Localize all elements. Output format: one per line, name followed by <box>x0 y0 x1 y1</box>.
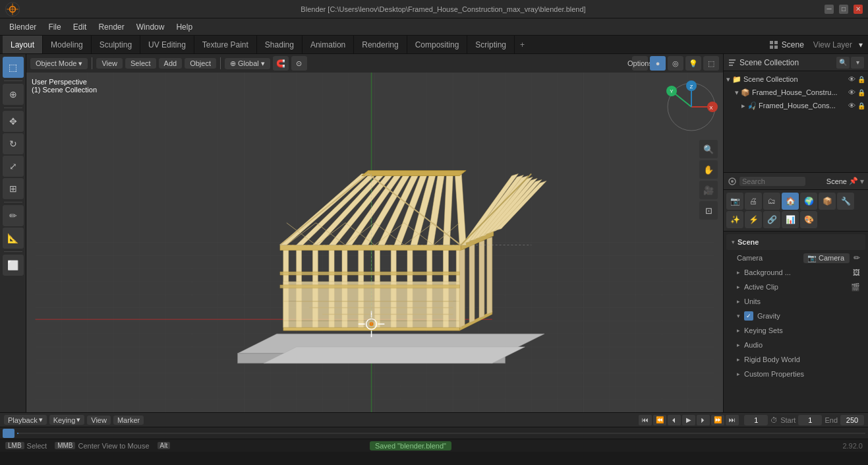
step-back-btn[interactable]: ⏴ <box>668 415 681 425</box>
particles-props-btn[interactable]: ✨ <box>726 211 743 228</box>
scene-view[interactable] <box>26 73 723 412</box>
scene-props-btn[interactable]: 🏠 <box>782 193 799 210</box>
right-panel: Scene Collection 🔍 ▾ ▾ 📁 Scene Collectio… <box>723 54 868 412</box>
outliner-search[interactable]: 🔍 <box>836 57 850 69</box>
view-layer-dropdown[interactable]: ▾ <box>859 40 863 49</box>
render-props-btn[interactable]: 📷 <box>726 193 743 210</box>
ortho-button[interactable]: ⊡ <box>699 201 718 220</box>
add-menu[interactable]: Add <box>159 58 183 69</box>
properties-search[interactable] <box>739 177 805 186</box>
close-button[interactable]: ✕ <box>854 5 863 14</box>
options-button[interactable]: Options <box>632 56 648 71</box>
pan-button[interactable]: ✋ <box>699 160 718 179</box>
svg-marker-51 <box>264 347 525 363</box>
view-layer-props-btn[interactable]: 🗂 <box>763 193 780 210</box>
timeline-scrubber[interactable] <box>3 429 14 438</box>
gravity-checkbox[interactable]: ✓ <box>744 311 753 321</box>
tab-sculpting[interactable]: Sculpting <box>92 36 140 53</box>
prev-keyframe-btn[interactable]: ⏪ <box>653 415 666 425</box>
object-menu[interactable]: Object <box>185 58 216 69</box>
proportional-edit[interactable]: ⊙ <box>291 56 307 71</box>
snap-toggle[interactable]: 🧲 <box>273 56 289 71</box>
end-frame-input[interactable]: 250 <box>840 415 864 425</box>
menu-help[interactable]: Help <box>171 21 198 33</box>
rendered-view-btn[interactable]: 💡 <box>685 56 701 71</box>
physics-props-btn[interactable]: ⚡ <box>745 211 762 228</box>
camera-value[interactable]: 📷 Camera <box>803 253 850 263</box>
tab-texture-paint[interactable]: Texture Paint <box>194 36 257 53</box>
material-props-btn[interactable]: 🎨 <box>800 211 817 228</box>
tab-rendering[interactable]: Rendering <box>354 36 407 53</box>
solid-view-btn[interactable]: ● <box>650 56 666 71</box>
jump-end-btn[interactable]: ⏭ <box>726 415 739 425</box>
timeline-view-menu[interactable]: View <box>87 416 111 425</box>
world-props-btn[interactable]: 🌍 <box>800 193 817 210</box>
outliner-scene-collection[interactable]: ▾ 📁 Scene Collection 👁 🔒 <box>724 73 868 86</box>
step-fwd-btn[interactable]: ⏵ <box>697 415 710 425</box>
annotate-tool[interactable]: ✏ <box>3 205 24 226</box>
next-keyframe-btn[interactable]: ⏩ <box>711 415 724 425</box>
scene-section-header[interactable]: ▾ Scene <box>726 234 865 250</box>
view-menu[interactable]: View <box>96 58 123 69</box>
select-menu[interactable]: Select <box>125 58 156 69</box>
xray-toggle[interactable]: ⬚ <box>703 56 719 71</box>
maximize-button[interactable]: □ <box>839 5 848 14</box>
object-mode-selector[interactable]: Object Mode ▾ <box>30 58 88 69</box>
add-cube-tool[interactable]: ⬜ <box>3 255 24 276</box>
constraint-props-btn[interactable]: 🔗 <box>763 211 780 228</box>
measure-tool[interactable]: 📐 <box>3 228 24 249</box>
transform-label: Global <box>238 59 259 67</box>
restrict-icon-2[interactable]: 🔒 <box>857 102 865 109</box>
cursor-tool[interactable]: ⊕ <box>3 84 24 105</box>
material-view-btn[interactable]: ◎ <box>668 56 683 71</box>
menu-window[interactable]: Window <box>131 21 170 33</box>
tab-scripting[interactable]: Scripting <box>467 36 515 53</box>
restrict-icon-0[interactable]: 🔒 <box>857 76 865 83</box>
eye-icon-1[interactable]: 👁 <box>848 88 855 96</box>
move-tool[interactable]: ✥ <box>3 111 24 132</box>
prop-header-dropdown[interactable]: ▾ <box>860 177 864 186</box>
add-workspace-button[interactable]: + <box>515 36 530 53</box>
scale-tool[interactable]: ⤢ <box>3 156 24 177</box>
tab-compositing[interactable]: Compositing <box>407 36 468 53</box>
rotate-tool[interactable]: ↻ <box>3 133 24 154</box>
zoom-in-button[interactable]: 🔍 <box>699 140 718 158</box>
camera-pick-icon[interactable]: ✏ <box>854 253 860 263</box>
timeline-keying-menu[interactable]: Keying ▾ <box>49 415 85 425</box>
modifier-props-btn[interactable]: 🔧 <box>837 193 854 210</box>
outliner-filter[interactable]: ▾ <box>851 57 864 69</box>
jump-start-btn[interactable]: ⏮ <box>639 415 652 425</box>
outliner-framed-house[interactable]: ▾ 📦 Framed_House_Constru... 👁 🔒 <box>724 86 868 99</box>
transform-tool[interactable]: ⊞ <box>3 178 24 199</box>
tab-animation[interactable]: Animation <box>303 36 354 53</box>
viewport[interactable]: Object Mode ▾ View Select Add Object ⊕ G… <box>26 54 723 412</box>
restrict-icon-1[interactable]: 🔒 <box>857 89 865 96</box>
timeline-track[interactable] <box>17 433 865 434</box>
tab-layout[interactable]: Layout <box>3 36 43 53</box>
svg-rect-6 <box>770 46 773 49</box>
object-props-btn[interactable]: 📦 <box>819 193 836 210</box>
menu-edit[interactable]: Edit <box>68 21 92 33</box>
eye-icon-2[interactable]: 👁 <box>848 102 855 109</box>
eye-icon-0[interactable]: 👁 <box>848 75 855 83</box>
data-props-btn[interactable]: 📊 <box>782 211 799 228</box>
menu-file[interactable]: File <box>43 21 66 33</box>
camera-button[interactable]: 🎥 <box>699 181 718 199</box>
timeline-marker-menu[interactable]: Marker <box>113 416 144 425</box>
tab-shading[interactable]: Shading <box>257 36 303 53</box>
output-props-btn[interactable]: 🖨 <box>745 193 762 210</box>
current-frame-input[interactable]: 1 <box>744 415 768 425</box>
menu-blender[interactable]: Blender <box>4 21 42 33</box>
timeline-playback-menu[interactable]: Playback ▾ <box>4 415 47 425</box>
transform-orientation[interactable]: ⊕ Global ▾ <box>225 58 270 69</box>
start-frame-input[interactable]: 1 <box>798 415 822 425</box>
framed-house-icon: 📦 <box>741 88 750 97</box>
select-box-tool[interactable]: ⬚ <box>3 57 24 78</box>
menu-render[interactable]: Render <box>93 21 129 33</box>
tab-modeling[interactable]: Modeling <box>43 36 92 53</box>
play-btn[interactable]: ▶ <box>682 415 695 425</box>
tab-uv-editing[interactable]: UV Editing <box>140 36 194 53</box>
minimize-button[interactable]: ─ <box>825 5 834 14</box>
prop-pin-icon[interactable]: 📌 <box>849 177 858 185</box>
outliner-framed-house-2[interactable]: ▸ 🎣 Framed_House_Cons... 👁 🔒 <box>724 99 868 112</box>
